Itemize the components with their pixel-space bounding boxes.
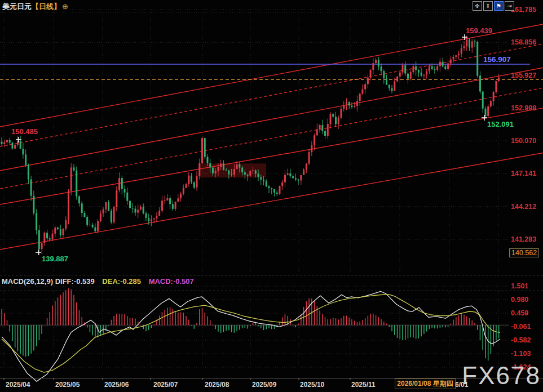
macd-axis-label: 1.501 [511,282,528,290]
macd-diff-value: DIFF:-0.539 [55,277,95,286]
symbol-title: 美元日元 [2,2,32,11]
blue-line-price-label[interactable]: 156.907 [483,55,511,64]
swing-price-annotation: 152.091 [487,120,514,128]
macd-params-label[interactable]: MACD(26,12,9) [2,277,53,286]
price-axis-label: 161.785 [511,6,536,14]
chart-canvas [0,0,543,392]
chart-app: 美元日元【日线】⊕ ✜⇕⚑⇥ 161.785158.856155.927152.… [0,0,543,392]
title-bar: 美元日元【日线】⊕ [2,2,68,12]
x-axis-month-label: 2025/06 [104,381,129,389]
x-axis-month-label: 2025/08 [205,381,229,389]
channel-trend-line-2[interactable] [0,68,543,171]
price-axis-label: 141.283 [511,235,536,243]
x-axis-month-label: 2025/10 [300,381,324,389]
swing-price-annotation: 159.439 [466,26,492,35]
crosshair-date-box: 2026/01/08 星期四 [395,378,456,389]
price-axis-label: 144.212 [511,203,536,211]
x-axis-month-label: 2025/09 [252,381,276,389]
channel-trend-line-1[interactable] [0,44,543,146]
x-axis-month-label: 2025/11 [351,381,376,389]
swing-price-annotation: 150.485 [11,127,38,136]
x-axis-month-label: 2025/04 [6,381,30,389]
x-axis-month-label: 2025/05 [55,381,80,389]
timeframe-label: 【日线】 [32,2,61,11]
add-indicator-icon[interactable]: ⊕ [62,2,68,11]
price-axis-label: 152.998 [511,104,536,112]
price-axis-label: 155.927 [511,72,536,79]
price-axis-label: 147.141 [511,170,536,177]
axis-scale-tool-icon[interactable]: ⇕ [483,1,493,11]
macd-axis-label: 0.459 [511,309,528,317]
chart-toolbar: ✜⇕⚑⇥ [473,1,514,11]
price-axis-label: 150.070 [511,137,536,145]
channel-trend-line-3[interactable] [0,88,543,189]
macd-axis-label: -1.103 [511,350,531,358]
macd-dea-value: DEA:-0.285 [102,277,141,286]
macd-layer [0,288,509,381]
pan-tool-icon[interactable]: ✜ [473,1,482,11]
x-axis-month-label: 2025/07 [153,381,178,389]
channel-trend-line-5[interactable] [0,153,543,250]
macd-axis-label: -0.582 [511,336,531,344]
macd-axis-label: -0.061 [511,323,531,331]
channel-lines-layer [0,24,543,250]
goto-latest-tool-icon[interactable]: ⇥ [505,1,514,11]
macd-macd-value: MACD:-0.507 [149,277,194,286]
flag-tool-icon[interactable]: ⚑ [494,1,504,11]
swing-price-annotation: 139.887 [42,255,68,263]
price-axis-label: 158.856 [511,38,536,46]
macd-axis-label: 0.980 [511,296,528,304]
axis-boxed-label: 140.562 [509,248,539,257]
fx678-watermark: FX678 [462,362,541,390]
macd-header: MACD(26,12,9) DIFF:-0.539 DEA:-0.285 MAC… [2,277,194,286]
